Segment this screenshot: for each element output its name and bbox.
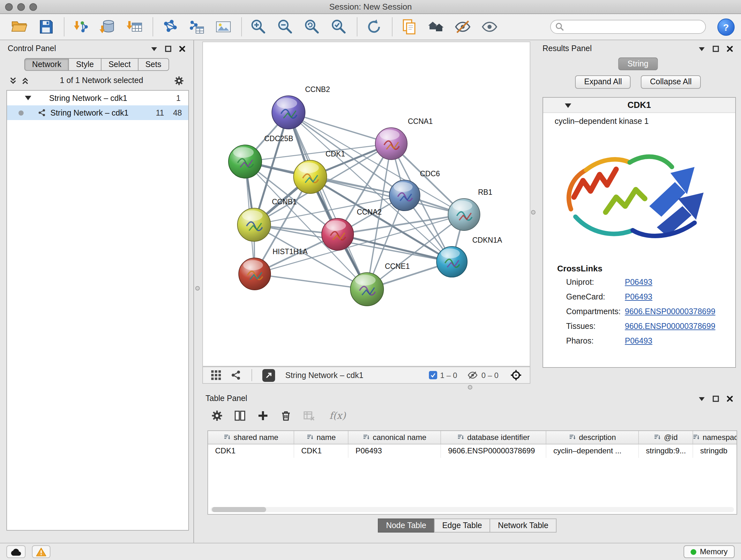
- expand-all-icon[interactable]: [21, 76, 29, 84]
- network-edge-CCNB2-CCNE1[interactable]: [288, 112, 367, 289]
- zoom-out-icon[interactable]: [276, 18, 294, 36]
- home-networks-icon[interactable]: [427, 18, 445, 36]
- delete-column-icon[interactable]: [280, 409, 292, 422]
- crosslinks-list: Uniprot:P06493GeneCard:P06493Compartment…: [543, 274, 735, 348]
- network-node-CCNE1[interactable]: [350, 273, 384, 306]
- hidden-eye-icon[interactable]: [468, 370, 478, 381]
- panel-float-icon[interactable]: [165, 45, 172, 52]
- column-header-description[interactable]: description: [546, 431, 639, 444]
- memory-button[interactable]: Memory: [683, 545, 735, 558]
- tab-select[interactable]: Select: [101, 58, 138, 71]
- add-column-icon[interactable]: [257, 409, 269, 422]
- open-session-icon[interactable]: [10, 18, 28, 36]
- show-columns-icon[interactable]: [233, 409, 246, 422]
- selected-checkbox[interactable]: [428, 371, 437, 379]
- zoom-in-icon[interactable]: [250, 18, 267, 36]
- crosshair-icon[interactable]: [510, 369, 522, 381]
- column-header-name[interactable]: name: [294, 431, 348, 444]
- network-node-CDC25B[interactable]: [228, 145, 262, 178]
- memory-label: Memory: [700, 547, 728, 556]
- bypass-style-icon[interactable]: [454, 18, 472, 36]
- network-status-dot: [18, 110, 23, 115]
- network-edge-CCNE1-HIST1H1A[interactable]: [255, 274, 367, 289]
- network-canvas[interactable]: CCNB2CCNA1CDC25BCDK1CDC6RB1CCNB1CCNA2CDK…: [203, 42, 530, 366]
- network-node-CCNB1[interactable]: [238, 208, 271, 241]
- save-session-icon[interactable]: [37, 18, 55, 36]
- network-view[interactable]: CCNB2CCNA1CDC25BCDK1CDC6RB1CCNB1CCNA2CDK…: [202, 42, 530, 367]
- crosslink-link[interactable]: P06493: [625, 336, 652, 345]
- network-node-CDK1[interactable]: [293, 160, 327, 193]
- horizontal-scrollbar[interactable]: [211, 507, 734, 512]
- gene-section-header[interactable]: CDK1: [543, 98, 735, 113]
- panel-close-icon[interactable]: [726, 45, 733, 52]
- network-collection-row[interactable]: String Network – cdk1 1: [7, 91, 188, 105]
- tab-edge-table[interactable]: Edge Table: [434, 518, 490, 533]
- refresh-icon[interactable]: [365, 18, 383, 36]
- panel-menu-icon[interactable]: [151, 45, 158, 52]
- column-header-namespac[interactable]: namespac: [693, 431, 737, 444]
- toolbar-separator: [241, 17, 242, 37]
- network-node-CCNB2[interactable]: [272, 96, 305, 129]
- panel-menu-icon[interactable]: [698, 45, 705, 52]
- splitter-handle[interactable]: [468, 385, 472, 389]
- show-hide-icon[interactable]: [481, 18, 498, 36]
- function-builder-button[interactable]: f(x): [329, 410, 346, 422]
- warnings-button[interactable]: [32, 545, 51, 558]
- panel-close-icon[interactable]: [179, 45, 186, 52]
- scrollbar-thumb[interactable]: [212, 507, 266, 512]
- network-view-toolbar: String Network – cdk1 1 – 0 0 – 0: [202, 367, 530, 384]
- column-header-canonical-name[interactable]: canonical name: [348, 431, 441, 444]
- table-options-gear-icon[interactable]: [211, 409, 223, 422]
- zoom-fit-icon[interactable]: [303, 18, 321, 36]
- network-node-CDKN1A[interactable]: [436, 246, 467, 277]
- import-network-file-icon[interactable]: [72, 18, 90, 36]
- expand-all-button[interactable]: Expand All: [576, 75, 631, 89]
- network-node-CDC6[interactable]: [389, 180, 420, 211]
- cloud-button[interactable]: [6, 545, 25, 558]
- zoom-selected-icon[interactable]: [330, 18, 348, 36]
- tab-string[interactable]: String: [618, 57, 658, 70]
- column-header--id[interactable]: @id: [639, 431, 693, 444]
- share-network-icon[interactable]: [230, 370, 241, 381]
- network-node-CCNA1[interactable]: [375, 128, 407, 160]
- panel-float-icon[interactable]: [712, 395, 719, 402]
- collapse-all-icon[interactable]: [9, 76, 17, 84]
- tab-sets[interactable]: Sets: [138, 58, 169, 71]
- help-button[interactable]: ?: [718, 18, 735, 36]
- tab-style[interactable]: Style: [68, 58, 102, 71]
- network-node-RB1[interactable]: [448, 199, 480, 231]
- crosslinks-title: CrossLinks: [557, 264, 735, 273]
- crosslink-link[interactable]: P06493: [625, 292, 652, 301]
- section-collapse-icon[interactable]: [565, 104, 571, 108]
- crosslink-link[interactable]: 9606.ENSP00000378699: [625, 307, 716, 316]
- delete-table-icon: [302, 409, 315, 422]
- tab-network-table[interactable]: Network Table: [489, 518, 556, 533]
- import-network-database-icon[interactable]: [99, 18, 117, 36]
- panel-close-icon[interactable]: [726, 395, 733, 402]
- tree-expand-icon[interactable]: [25, 96, 31, 100]
- splitter-handle[interactable]: [195, 286, 200, 291]
- export-image-icon[interactable]: [214, 18, 232, 36]
- tab-node-table[interactable]: Node Table: [378, 518, 434, 533]
- table-row[interactable]: CDK1CDK1P064939606.ENSP00000378699cyclin…: [208, 444, 737, 458]
- new-network-icon[interactable]: [161, 18, 179, 36]
- crosslink-link[interactable]: 9606.ENSP00000378699: [625, 321, 716, 330]
- grid-view-icon[interactable]: [211, 370, 221, 381]
- network-options-gear-icon[interactable]: [174, 75, 185, 86]
- import-table-icon[interactable]: [126, 18, 144, 36]
- search-input[interactable]: [550, 20, 706, 34]
- column-header-database-identifier[interactable]: database identifier: [441, 431, 546, 444]
- clone-network-icon[interactable]: [400, 18, 418, 36]
- open-external-button[interactable]: [262, 369, 275, 381]
- panel-menu-icon[interactable]: [698, 395, 705, 402]
- panel-float-icon[interactable]: [712, 45, 719, 52]
- network-table-icon[interactable]: [188, 18, 205, 36]
- network-node-CCNA2[interactable]: [322, 219, 354, 250]
- collapse-all-button[interactable]: Collapse All: [641, 75, 701, 89]
- node-label-CCNA1: CCNA1: [408, 117, 433, 125]
- crosslink-link[interactable]: P06493: [625, 277, 652, 287]
- network-row[interactable]: String Network – cdk1 11 48: [7, 105, 188, 120]
- tab-network[interactable]: Network: [24, 58, 69, 71]
- network-node-HIST1H1A[interactable]: [239, 258, 271, 290]
- column-header-shared-name[interactable]: shared name: [208, 431, 294, 444]
